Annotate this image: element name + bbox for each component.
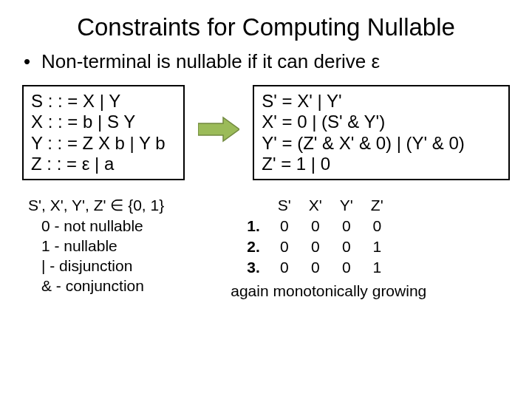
table-cell: 1. (238, 216, 269, 236)
table-cell: 0 (300, 236, 331, 257)
constraint-line: S' = X' | Y' (262, 91, 501, 112)
legend-line: 0 - not nullable (28, 216, 164, 236)
legend-line: | - disjunction (28, 256, 164, 276)
table-cell: 0 (300, 216, 331, 236)
table-cell: 0 (331, 236, 362, 257)
grammar-box: S : : = X | Y X : : = b | S Y Y : : = Z … (22, 85, 185, 180)
table-cell: 1 (362, 257, 392, 278)
table-header: S' (269, 195, 300, 216)
arrow-icon (198, 116, 239, 143)
table-cell: 0 (362, 216, 392, 236)
table-header: X' (300, 195, 331, 216)
table-cell: 0 (269, 236, 300, 257)
legend-line: & - conjunction (28, 276, 164, 296)
table-row: 2. 0 0 0 1 (238, 236, 392, 257)
table-cell: 0 (331, 257, 362, 278)
table-cell: 3. (238, 257, 269, 278)
page-title: Constraints for Computing Nullable (0, 0, 532, 47)
constraint-line: Z' = 1 | 0 (262, 154, 501, 174)
table-cell: 2. (238, 236, 269, 257)
table-header: Y' (331, 195, 362, 216)
table-cell: 0 (300, 257, 331, 278)
legend-line: 1 - nullable (28, 236, 164, 256)
table-header (238, 195, 269, 216)
table-caption: again monotonically growing (231, 282, 510, 300)
grammar-line: Z : : = ε | a (31, 154, 176, 174)
slide: Constraints for Computing Nullable Non-t… (0, 0, 532, 399)
table-cell: 0 (331, 216, 362, 236)
svg-marker-0 (198, 117, 239, 141)
table-row: 1. 0 0 0 0 (238, 216, 392, 236)
table-cell: 1 (362, 236, 392, 257)
table-cell: 0 (269, 216, 300, 236)
bullet-nullable-def: Non-terminal is nullable if it can deriv… (0, 47, 532, 85)
iteration-table: S' X' Y' Z' 1. 0 0 0 0 2. 0 0 0 1 (238, 195, 392, 278)
constraints-box: S' = X' | Y' X' = 0 | (S' & Y') Y' = (Z'… (253, 85, 510, 180)
table-row: 3. 0 0 0 1 (238, 257, 392, 278)
grammar-line: S : : = X | Y (31, 91, 176, 112)
grammar-line: X : : = b | S Y (31, 112, 176, 132)
table-header-row: S' X' Y' Z' (238, 195, 392, 216)
legend-line: S', X', Y', Z' ∈ {0, 1} (28, 195, 164, 215)
table-cell: 0 (269, 257, 300, 278)
table-header: Z' (362, 195, 392, 216)
lower-row: S', X', Y', Z' ∈ {0, 1} 0 - not nullable… (0, 180, 532, 300)
legend-block: S', X', Y', Z' ∈ {0, 1} 0 - not nullable… (22, 195, 164, 296)
grammar-line: Y : : = Z X b | Y b (31, 133, 176, 154)
iteration-block: S' X' Y' Z' 1. 0 0 0 0 2. 0 0 0 1 (194, 195, 510, 300)
constraint-line: Y' = (Z' & X' & 0) | (Y' & 0) (262, 133, 501, 154)
boxes-row: S : : = X | Y X : : = b | S Y Y : : = Z … (0, 85, 532, 180)
constraint-line: X' = 0 | (S' & Y') (262, 112, 501, 132)
